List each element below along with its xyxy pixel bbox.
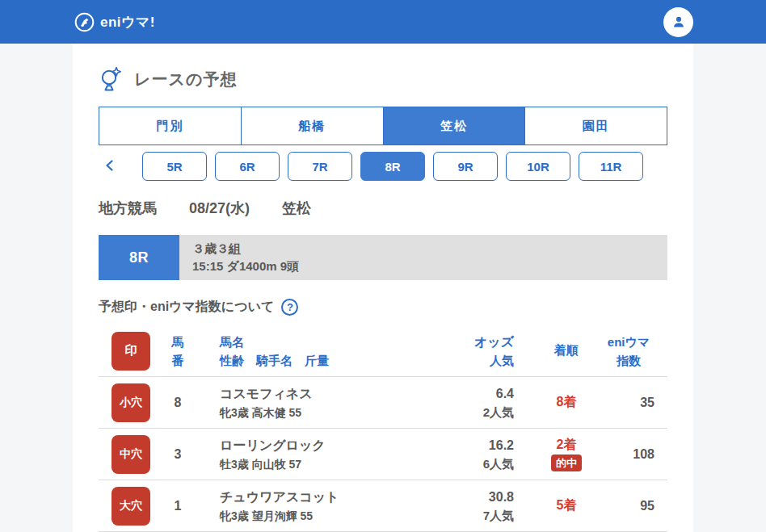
race-button-5r[interactable]: 5R xyxy=(142,152,207,181)
horse-number: 1 xyxy=(152,499,204,513)
odds-cell: 30.8 7人気 xyxy=(433,487,530,525)
mark-badge: 大穴 xyxy=(112,487,150,526)
odds-value: 16.2 xyxy=(433,435,514,455)
race-meta: 地方競馬 08/27(水) 笠松 xyxy=(99,199,667,218)
horse-name-cell: コスモフィネス 牝3歳 高木健 55 xyxy=(204,383,433,421)
race-button-6r[interactable]: 6R xyxy=(215,152,280,181)
race-details: 15:15 ダ1400m 9頭 xyxy=(192,259,667,274)
index-value: 35 xyxy=(603,396,667,410)
race-class: ３歳３組 xyxy=(192,241,667,257)
app-header: eniウマ! xyxy=(0,0,766,44)
logo[interactable]: eniウマ! xyxy=(73,12,155,32)
content-card: レースの予想 門別 船橋 笠松 園田 5R 6R 7R 8R 9R 10R 11… xyxy=(73,44,693,532)
venue-tabs: 門別 船橋 笠松 園田 xyxy=(99,107,667,145)
header-mark: 印 xyxy=(99,332,152,371)
person-icon xyxy=(670,13,688,31)
prediction-info-link[interactable]: 予想印・eniウマ指数について ? xyxy=(99,299,298,316)
horse-name: チュウワアスコット xyxy=(220,487,433,507)
race-banner: 8R ３歳３組 15:15 ダ1400m 9頭 xyxy=(99,235,667,280)
horse-row[interactable]: 小穴 8 コスモフィネス 牝3歳 高木健 55 6.4 2人気 8着 35 xyxy=(99,377,667,429)
logo-text: eniウマ! xyxy=(100,13,155,31)
meta-category: 地方競馬 xyxy=(99,199,157,218)
horse-detail: 牝3歳 高木健 55 xyxy=(220,404,433,421)
horse-name: ローリングロック xyxy=(220,435,433,455)
previous-races-button[interactable] xyxy=(99,152,121,181)
header-name: 馬名 性齢 騎手名 斤量 xyxy=(204,332,433,370)
header-index: eniウマ 指数 xyxy=(603,333,667,370)
race-button-10r[interactable]: 10R xyxy=(506,152,570,181)
help-icon: ? xyxy=(281,299,298,316)
header-result: 着順 xyxy=(530,343,603,358)
header-odds: オッズ 人気 xyxy=(433,332,530,370)
odds-cell: 16.2 6人気 xyxy=(433,435,530,473)
horse-name-cell: ローリングロック 牡3歳 向山牧 57 xyxy=(204,435,433,473)
index-value: 108 xyxy=(603,447,667,462)
mark-cell: 中穴 xyxy=(99,435,152,474)
venue-tab-monbetsu[interactable]: 門別 xyxy=(99,107,241,145)
popularity-value: 6人気 xyxy=(433,455,514,473)
race-button-8r[interactable]: 8R xyxy=(360,152,425,181)
race-info: ３歳３組 15:15 ダ1400m 9頭 xyxy=(179,235,667,280)
race-button-7r[interactable]: 7R xyxy=(288,152,352,181)
result-text: 5着 xyxy=(557,497,577,514)
table-header-row: 印 馬 番 馬名 性齢 騎手名 斤量 オッズ 人気 着順 eniウマ 指数 xyxy=(99,325,667,377)
odds-value: 6.4 xyxy=(433,383,514,404)
prediction-table: 印 馬 番 馬名 性齢 騎手名 斤量 オッズ 人気 着順 eniウマ 指数 xyxy=(99,325,667,532)
popularity-value: 7人気 xyxy=(433,507,514,525)
crystal-ball-icon xyxy=(99,66,123,92)
horse-detail: 牝3歳 望月洵輝 55 xyxy=(220,507,433,525)
venue-tab-sonoda[interactable]: 園田 xyxy=(524,107,667,145)
venue-tab-funabashi[interactable]: 船橋 xyxy=(241,107,383,145)
hit-badge: 的中 xyxy=(551,455,582,472)
horse-detail: 牡3歳 向山牧 57 xyxy=(220,455,433,473)
result-cell: 2着 的中 xyxy=(530,437,603,472)
chevron-left-icon xyxy=(103,159,116,174)
result-cell: 5着 xyxy=(530,497,603,514)
horse-logo-icon xyxy=(74,12,95,32)
meta-date: 08/27(水) xyxy=(189,199,250,218)
horse-name-cell: チュウワアスコット 牝3歳 望月洵輝 55 xyxy=(204,487,433,525)
prediction-info-label: 予想印・eniウマ指数について xyxy=(99,299,274,316)
result-text: 8着 xyxy=(557,394,577,411)
horse-number: 3 xyxy=(152,447,204,462)
horse-number: 8 xyxy=(152,396,204,410)
race-button-9r[interactable]: 9R xyxy=(433,152,498,181)
popularity-value: 2人気 xyxy=(433,404,514,421)
mark-header-badge: 印 xyxy=(112,332,150,371)
mark-badge: 中穴 xyxy=(112,435,150,474)
result-cell: 8着 xyxy=(530,394,603,411)
venue-tab-kasamatsu[interactable]: 笠松 xyxy=(383,107,525,145)
meta-venue: 笠松 xyxy=(282,199,311,218)
result-text: 2着 xyxy=(557,437,577,454)
odds-value: 30.8 xyxy=(433,487,514,507)
race-selector: 5R 6R 7R 8R 9R 10R 11R xyxy=(99,152,667,181)
mark-cell: 小穴 xyxy=(99,383,152,422)
header-number: 馬 番 xyxy=(152,333,204,370)
avatar-button[interactable] xyxy=(663,7,693,37)
horse-row[interactable]: 中穴 3 ローリングロック 牡3歳 向山牧 57 16.2 6人気 2着 的中 … xyxy=(99,429,667,480)
index-value: 95 xyxy=(603,499,667,513)
header-inner: eniウマ! xyxy=(73,0,693,44)
race-number-badge: 8R xyxy=(99,235,179,280)
page-title: レースの予想 xyxy=(134,69,237,90)
horse-name: コスモフィネス xyxy=(220,383,433,404)
race-button-11r[interactable]: 11R xyxy=(579,152,643,181)
mark-cell: 大穴 xyxy=(99,487,152,526)
horse-row[interactable]: 大穴 1 チュウワアスコット 牝3歳 望月洵輝 55 30.8 7人気 5着 9… xyxy=(99,480,667,532)
mark-badge: 小穴 xyxy=(112,383,150,422)
page-title-row: レースの予想 xyxy=(99,65,667,94)
odds-cell: 6.4 2人気 xyxy=(433,383,530,421)
